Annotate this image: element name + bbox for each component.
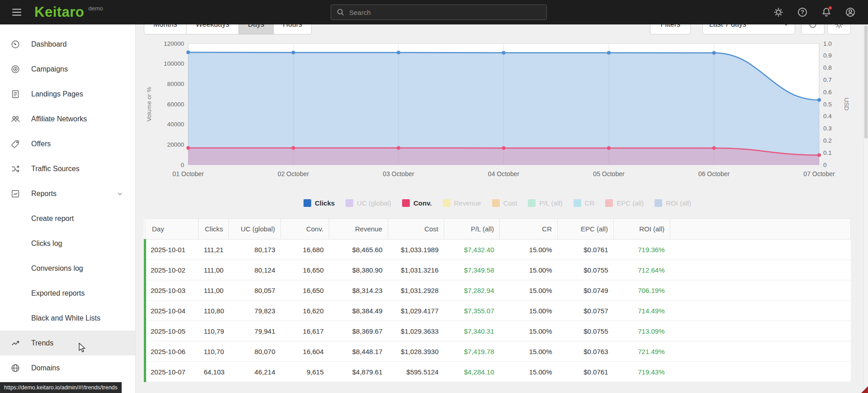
cell-conv: 16,680 <box>281 240 329 260</box>
cell-filler <box>670 301 851 321</box>
gear-icon[interactable] <box>773 6 784 18</box>
cell-filler <box>670 321 851 341</box>
legend-item[interactable]: P/L (all) <box>528 199 562 207</box>
table-row: 2025-10-02 111,00 80,124 16,650 $8,380.9… <box>145 260 851 280</box>
bell-icon[interactable] <box>821 6 832 18</box>
legend-label: ROI (all) <box>666 199 691 207</box>
svg-text:0: 0 <box>180 162 184 168</box>
cell-clicks: 110,80 <box>199 301 229 321</box>
cell-epc-all: $0.0755 <box>558 260 614 280</box>
cell-revenue: $8,369.67 <box>329 321 388 341</box>
svg-text:0.9: 0.9 <box>823 52 832 59</box>
col-header-epc-all[interactable]: EPC (all) <box>558 219 614 240</box>
target-icon <box>10 64 20 74</box>
sidebar-item-trends[interactable]: Trends <box>0 331 135 355</box>
legend-swatch <box>655 199 662 207</box>
menu-icon[interactable] <box>9 5 24 20</box>
sidebar-item-create-report[interactable]: Create report <box>0 206 135 231</box>
col-header-conv[interactable]: Conv. <box>281 219 329 240</box>
chart-canvas: 02000040000600008000010000012000000.10.2… <box>144 37 851 180</box>
cell-roi-all: 719.43% <box>614 362 670 382</box>
svg-text:0.6: 0.6 <box>823 89 832 96</box>
cell-revenue: $8,465.60 <box>329 240 388 260</box>
cell-uc-global: 79,941 <box>229 321 281 341</box>
split-arrows-icon <box>10 164 20 174</box>
col-header-roi-all[interactable]: ROI (all) <box>614 219 670 240</box>
legend-item[interactable]: CR <box>574 199 595 207</box>
legend-label: EPC (all) <box>617 199 644 207</box>
legend-item[interactable]: Cost <box>492 199 517 207</box>
col-header-revenue[interactable]: Revenue <box>329 219 388 240</box>
cell-pl-all: $7,349.58 <box>444 260 500 280</box>
main-content: Months Weekdays Days Hours Filters Last … <box>136 0 868 382</box>
cell-day: 2025-10-06 <box>145 341 199 362</box>
legend-label: UC (global) <box>357 199 391 207</box>
help-icon[interactable]: ? <box>797 6 808 18</box>
sidebar-item-campaigns[interactable]: Campaigns <box>0 57 135 81</box>
cell-cost: $1,029.4177 <box>388 301 444 321</box>
cell-epc-all: $0.0749 <box>558 280 614 301</box>
sidebar-item-clicks-log[interactable]: Clicks log <box>0 231 135 256</box>
sidebar-item-offers[interactable]: Offers <box>0 131 135 156</box>
sidebar-item-label: Conversions log <box>31 264 83 273</box>
sidebar-item-domains[interactable]: Domains <box>0 355 135 380</box>
table-row: 2025-10-04 110,80 79,823 16,620 $8,384.4… <box>145 301 851 321</box>
sidebar-item-label: Exported reports <box>31 289 85 297</box>
cell-filler <box>670 341 851 362</box>
search-input[interactable] <box>331 5 547 20</box>
logo[interactable]: Keitaro demo <box>34 0 103 24</box>
legend-item[interactable]: Revenue <box>443 199 481 207</box>
page-scrollbar[interactable] <box>863 24 868 393</box>
sidebar-item-landings-pages[interactable]: Landings Pages <box>0 81 135 106</box>
svg-text:0.4: 0.4 <box>823 113 832 120</box>
col-header-clicks[interactable]: Clicks <box>199 219 229 240</box>
col-header-cr[interactable]: CR <box>500 219 558 240</box>
sidebar-item-label: Affiliate Networks <box>31 115 87 123</box>
sidebar-item-label: Trends <box>31 339 53 347</box>
legend-item[interactable]: UC (global) <box>346 199 391 207</box>
cell-pl-all: $7,355.07 <box>444 301 500 321</box>
svg-text:04 October: 04 October <box>488 170 520 177</box>
svg-text:0.8: 0.8 <box>823 64 832 71</box>
sidebar-item-black-and-white-lists[interactable]: Black and White Lists <box>0 306 135 331</box>
sidebar-item-traffic-sources[interactable]: Traffic Sources <box>0 156 135 181</box>
col-header-filler <box>670 219 851 240</box>
cell-roi-all: 721.49% <box>614 341 670 362</box>
cell-roi-all: 719.36% <box>614 240 670 260</box>
sidebar-item-reports[interactable]: Reports <box>0 181 135 206</box>
cell-uc-global: 46,214 <box>229 362 281 382</box>
sidebar-item-exported-reports[interactable]: Exported reports <box>0 281 135 306</box>
legend-item[interactable]: ROI (all) <box>655 199 691 207</box>
globe-icon <box>10 363 20 373</box>
cell-revenue: $8,314.23 <box>329 280 388 301</box>
col-header-uc-global[interactable]: UC (global) <box>229 219 281 240</box>
legend-swatch <box>402 199 410 207</box>
legend-label: P/L (all) <box>539 199 562 207</box>
chart-legend: Clicks UC (global) Conv. Revenue Cost <box>144 198 851 207</box>
legend-item[interactable]: Clicks <box>304 199 335 207</box>
sidebar-item-affiliate-networks[interactable]: Affiliate Networks <box>0 106 135 131</box>
table-header: Day Clicks UC (global) Conv. Revenue Cos… <box>145 219 851 240</box>
svg-text:120000: 120000 <box>164 40 184 47</box>
legend-label: Clicks <box>315 199 335 207</box>
account-icon[interactable] <box>844 6 856 18</box>
col-header-pl-all[interactable]: P/L (all) <box>444 219 500 240</box>
legend-label: Conv. <box>413 199 432 207</box>
sidebar-item-label: Landings Pages <box>31 90 83 98</box>
cell-clicks: 64,103 <box>199 362 229 382</box>
sidebar-item-conversions-log[interactable]: Conversions log <box>0 256 135 281</box>
col-header-day[interactable]: Day <box>145 219 199 240</box>
scrollbar-thumb[interactable] <box>864 25 868 139</box>
cell-conv: 16,604 <box>281 341 329 362</box>
chevron-down-icon <box>116 190 123 197</box>
cell-clicks: 111,00 <box>199 280 229 301</box>
svg-text:05 October: 05 October <box>593 170 625 177</box>
legend-item[interactable]: Conv. <box>402 199 432 207</box>
svg-text:1.0: 1.0 <box>823 40 832 47</box>
trends-chart: 02000040000600008000010000012000000.10.2… <box>144 37 851 180</box>
col-header-cost[interactable]: Cost <box>388 219 444 240</box>
cell-cost: $1,028.3930 <box>388 341 444 362</box>
sidebar-item-dashboard[interactable]: Dashboard <box>0 32 135 57</box>
svg-text:0.1: 0.1 <box>823 149 832 156</box>
legend-item[interactable]: EPC (all) <box>605 199 644 207</box>
